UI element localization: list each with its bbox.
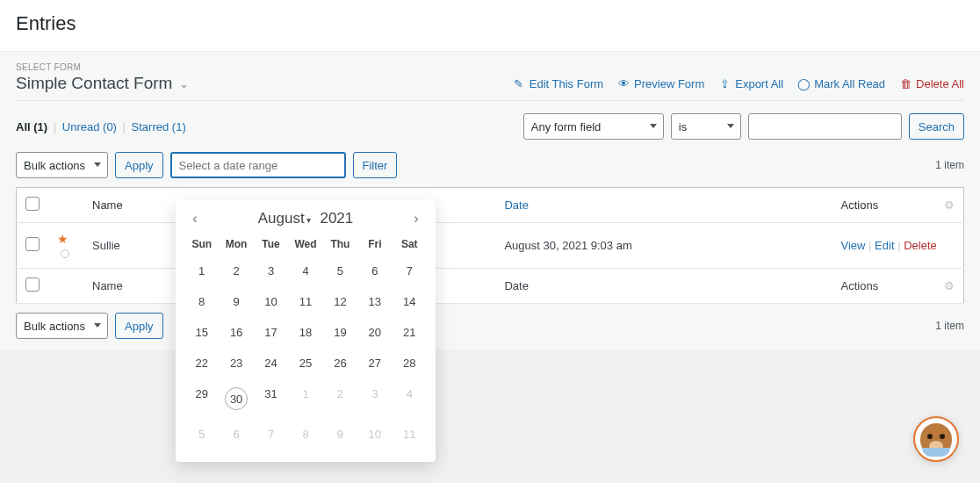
read-indicator-icon[interactable]: [61, 249, 69, 258]
calendar-day[interactable]: 12: [323, 286, 357, 317]
eye-icon: 👁: [617, 77, 630, 90]
delete-all-link[interactable]: 🗑Delete All: [899, 77, 964, 90]
filter-unread[interactable]: Unread (0): [62, 120, 117, 133]
calendar-day[interactable]: 1: [184, 256, 219, 286]
calendar-dow: Sun: [184, 233, 219, 256]
search-bar: Any form field is Search: [523, 113, 964, 140]
next-month-icon[interactable]: ›: [406, 211, 427, 227]
date-range-input[interactable]: [170, 152, 346, 178]
calendar-day[interactable]: 6: [357, 256, 392, 286]
apply-button[interactable]: Apply: [115, 152, 163, 178]
calendar-day[interactable]: 5: [184, 419, 219, 450]
calendar-day[interactable]: 2: [323, 378, 357, 419]
calendar-day[interactable]: 2: [219, 256, 253, 286]
calendar-day[interactable]: 3: [254, 256, 288, 286]
search-button[interactable]: Search: [909, 113, 964, 140]
mark-read-link[interactable]: ◯Mark All Read: [797, 77, 885, 90]
filter-button[interactable]: Filter: [353, 152, 398, 178]
calendar-day[interactable]: 9: [323, 419, 357, 450]
calendar-dow: Wed: [288, 233, 322, 256]
calendar-day[interactable]: 16: [219, 317, 253, 348]
calendar-day[interactable]: 9: [219, 286, 253, 317]
row-delete-link[interactable]: Delete: [904, 239, 937, 252]
calendar-day[interactable]: 1: [288, 378, 322, 419]
select-all-checkbox-bottom[interactable]: [25, 278, 40, 292]
export-all-link[interactable]: ⇪Export All: [718, 77, 783, 90]
col-date[interactable]: Date: [495, 188, 832, 223]
row-view-link[interactable]: View: [841, 239, 866, 252]
calendar-day[interactable]: 29: [184, 378, 219, 419]
calendar-day[interactable]: 8: [288, 419, 322, 450]
gear-icon[interactable]: ⚙: [944, 198, 955, 212]
chevron-down-icon: ⌄: [179, 77, 189, 90]
form-name-text: Simple Contact Form: [16, 74, 172, 93]
calendar-day[interactable]: 6: [219, 419, 253, 450]
calendar-day[interactable]: 7: [254, 419, 288, 450]
calendar-day[interactable]: 4: [393, 378, 427, 419]
bulk-actions-select[interactable]: Bulk actions: [16, 152, 108, 178]
calendar-day[interactable]: 7: [393, 256, 427, 286]
calendar-day[interactable]: 24: [254, 348, 288, 378]
apply-button-bottom[interactable]: Apply: [115, 313, 163, 339]
calendar-day[interactable]: 14: [393, 286, 427, 317]
select-form-label: SELECT FORM: [16, 62, 964, 72]
calendar-day[interactable]: 11: [288, 286, 322, 317]
calendar-day[interactable]: 25: [288, 348, 322, 378]
calendar-day[interactable]: 15: [184, 317, 219, 348]
calendar-day[interactable]: 31: [254, 378, 288, 419]
gear-icon-foot[interactable]: ⚙: [944, 279, 955, 292]
calendar-day[interactable]: 4: [288, 256, 322, 286]
star-icon[interactable]: ★: [57, 232, 68, 246]
filter-all[interactable]: All (1): [16, 120, 47, 133]
calendar-day[interactable]: 30: [219, 378, 253, 419]
status-filters: All (1) | Unread (0) | Starred (1): [16, 120, 186, 133]
calendar-day[interactable]: 13: [357, 286, 392, 317]
pencil-icon: ✎: [513, 77, 525, 90]
calendar-day[interactable]: 23: [219, 348, 253, 378]
select-all-checkbox[interactable]: [25, 197, 40, 211]
calendar-dow: Thu: [323, 233, 357, 256]
item-count-top: 1 item: [935, 159, 964, 171]
calendar-day[interactable]: 5: [323, 256, 357, 286]
page-title: Entries: [16, 12, 964, 35]
calendar-dow: Mon: [219, 233, 253, 256]
calendar-day[interactable]: 8: [184, 286, 219, 317]
circle-icon: ◯: [797, 77, 810, 90]
calendar-day[interactable]: 20: [357, 317, 392, 348]
search-field-select[interactable]: Any form field: [523, 113, 664, 140]
calendar-dow: Fri: [357, 233, 392, 256]
table-row: ★ Sullie Pre-Sale Query August 30, 2021 …: [17, 223, 964, 269]
calendar-day[interactable]: 19: [323, 317, 357, 348]
filter-starred[interactable]: Starred (1): [132, 120, 186, 133]
form-actions: ✎Edit This Form 👁Preview Form ⇪Export Al…: [513, 77, 964, 90]
prev-month-icon[interactable]: ‹: [184, 211, 205, 227]
calendar-title[interactable]: August▾ 2021: [205, 210, 406, 227]
calendar-day[interactable]: 27: [357, 348, 392, 378]
calendar-dow: Sat: [393, 233, 427, 256]
preview-form-link[interactable]: 👁Preview Form: [617, 77, 704, 90]
row-checkbox[interactable]: [25, 237, 40, 251]
calendar-day[interactable]: 28: [393, 348, 427, 378]
row-edit-link[interactable]: Edit: [875, 239, 894, 252]
calendar-day[interactable]: 17: [254, 317, 288, 348]
calendar-day[interactable]: 26: [323, 348, 357, 378]
calendar-day[interactable]: 3: [357, 378, 392, 419]
calendar-day[interactable]: 18: [288, 317, 322, 348]
col-actions-foot: Actions: [841, 279, 879, 292]
calendar-day[interactable]: 22: [184, 348, 219, 378]
form-selector[interactable]: Simple Contact Form ⌄: [16, 74, 189, 93]
trash-icon: 🗑: [899, 77, 912, 90]
calendar-day[interactable]: 21: [393, 317, 427, 348]
col-date-foot[interactable]: Date: [495, 269, 832, 304]
calendar-day[interactable]: 10: [254, 286, 288, 317]
export-icon: ⇪: [718, 77, 731, 90]
search-value-input[interactable]: [748, 113, 902, 140]
edit-form-link[interactable]: ✎Edit This Form: [513, 77, 603, 90]
page-header: Entries: [0, 0, 980, 52]
chevron-down-icon: ▾: [306, 215, 311, 225]
bulk-actions-select-bottom[interactable]: Bulk actions: [16, 313, 108, 339]
search-op-select[interactable]: is: [671, 113, 741, 140]
calendar-day[interactable]: 11: [393, 419, 427, 450]
calendar-day[interactable]: 10: [357, 419, 392, 450]
help-mascot[interactable]: [913, 416, 959, 462]
